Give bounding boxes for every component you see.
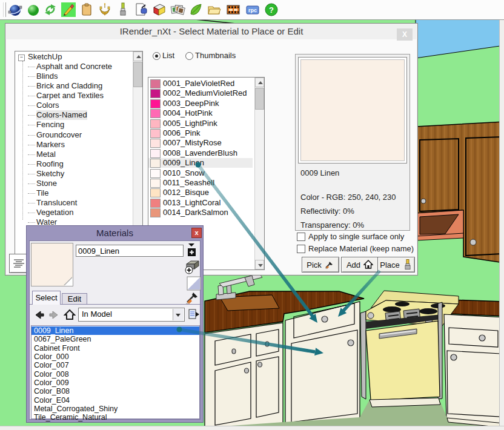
scroll-down-icon[interactable] (255, 260, 264, 270)
status-bar (0, 426, 504, 430)
color-list-item[interactable]: 0014_DarkSalmon (148, 208, 253, 217)
scroll-thumb[interactable] (133, 62, 142, 87)
color-list-item[interactable]: 0001_PaleVioletRed (148, 79, 253, 88)
tree-item[interactable]: Sketchy (36, 169, 64, 179)
preview-material-name: 0009 Linen (300, 168, 339, 177)
color-list-item[interactable]: 0010_Snow (148, 168, 253, 178)
collection-dropdown[interactable]: In Model (78, 308, 185, 322)
sample-paint-eyedropper-icon[interactable] (185, 289, 201, 305)
default-material-icon[interactable] (187, 276, 201, 291)
in-model-materials-list[interactable]: 0009_Linen 0067_PaleGreen Cabinet Front … (31, 325, 200, 419)
tree-item[interactable]: Blinds (36, 71, 58, 81)
tree-item[interactable]: Groundcover (36, 130, 82, 140)
checkbox-apply-single-surface[interactable] (297, 233, 305, 241)
create-material-icon[interactable] (184, 258, 201, 275)
color-swatch (150, 179, 161, 188)
material-list-item[interactable]: Color_007 (31, 361, 199, 369)
color-list-scrollbar[interactable] (254, 78, 264, 270)
rpc-objects-icon[interactable]: rpc (247, 6, 259, 14)
color-list-item[interactable]: 0013_LightCoral (148, 198, 253, 208)
color-list-item[interactable]: 0004_HotPink (148, 108, 253, 118)
edit-pencil-icon[interactable] (61, 2, 76, 17)
collection-dropdown-value: In Model (82, 309, 112, 319)
material-list-item[interactable]: Color_000 (31, 352, 199, 361)
tree-item[interactable]: Roofing (36, 159, 64, 169)
pick-button[interactable]: Pick (302, 257, 339, 273)
material-list-item[interactable]: Color_008 (31, 370, 199, 379)
tree-item[interactable]: Colors (36, 101, 59, 110)
materials-dialog: Materials x Select Edit (26, 225, 204, 423)
color-list-item[interactable]: 0011_Seashell (148, 178, 253, 188)
color-list-item[interactable]: 0012_Bisque (148, 188, 253, 197)
paint-brush-icon[interactable] (121, 3, 125, 15)
help-icon[interactable]: ? (265, 4, 277, 16)
material-list-item[interactable]: Color_B08 (31, 387, 199, 395)
color-list-item[interactable]: 0002_MediumVioletRed (148, 88, 253, 98)
tab-select[interactable]: Select (32, 291, 61, 305)
tree-item-selected[interactable]: Colors-Named (36, 110, 87, 120)
image-stack-icon[interactable] (171, 5, 185, 15)
radio-list[interactable] (153, 52, 161, 60)
add-button[interactable]: Add (341, 257, 379, 273)
toolbar-grip[interactable] (3, 2, 6, 17)
material-book-icon[interactable] (154, 4, 165, 15)
tree-item[interactable]: Fencing (36, 120, 64, 130)
scroll-up-icon[interactable] (255, 78, 264, 87)
material-name-input[interactable] (76, 245, 184, 257)
stove-knob (368, 313, 374, 319)
viewport-right-frame (499, 19, 504, 426)
tree-item[interactable]: Asphalt and Concrete (36, 62, 112, 71)
green-sphere-icon[interactable] (28, 5, 39, 16)
close-icon[interactable]: X (397, 28, 413, 41)
material-list-item[interactable]: Tile_Ceramic_Natural (31, 413, 199, 422)
clipboard-icon[interactable] (82, 4, 91, 15)
material-list-item-selected[interactable]: 0009_Linen (31, 326, 199, 335)
chevron-down-icon[interactable] (173, 309, 184, 320)
color-list-item[interactable]: 0007_MistyRose (148, 138, 253, 148)
material-preview-panel: 0009 Linen Color - RGB: 250, 240, 230 Re… (295, 54, 410, 231)
tree-item[interactable]: Translucent (36, 198, 77, 208)
color-swatch (150, 169, 161, 178)
material-list-item[interactable]: Color_E04 (31, 396, 199, 405)
home-icon[interactable] (64, 309, 76, 321)
animation-film-icon[interactable] (227, 5, 239, 14)
radio-thumbnails[interactable] (185, 52, 193, 60)
material-list-item[interactable]: Cabinet Front (31, 344, 199, 352)
refresh-arrows-icon[interactable] (45, 4, 56, 15)
material-list-item[interactable]: 0067_PaleGreen (31, 335, 199, 343)
details-icon[interactable] (187, 308, 201, 322)
vegetation-leaf-icon[interactable] (191, 4, 201, 15)
place-button[interactable]: Place (377, 257, 415, 273)
render-document-icon[interactable] (136, 4, 147, 15)
tree-item[interactable]: Tile (36, 188, 48, 198)
tree-item[interactable]: Stone (36, 179, 57, 188)
scroll-up-icon[interactable] (133, 51, 142, 61)
paint-brush-icon (403, 259, 413, 270)
color-list-item-selected[interactable]: 0009_Linen (148, 158, 253, 168)
material-list-item[interactable]: Metal_Corrogated_Shiny (31, 405, 199, 413)
color-list-item[interactable]: 0005_LightPink (148, 119, 253, 128)
chandelier-light-icon[interactable] (100, 3, 110, 16)
tree-item[interactable]: Carpet and Textiles (36, 91, 104, 101)
forward-arrow-icon[interactable] (48, 309, 60, 321)
color-list-item[interactable]: 0003_DeepPink (148, 99, 253, 108)
material-list-item[interactable]: Color_009 (31, 379, 199, 387)
color-swatch (150, 99, 161, 108)
tree-collapse-icon[interactable]: − (18, 55, 25, 61)
tab-edit[interactable]: Edit (62, 293, 87, 305)
close-icon[interactable]: x (191, 228, 202, 238)
checkbox-replace-material[interactable] (297, 245, 305, 253)
render-sphere-icon[interactable] (8, 5, 22, 16)
open-folder-icon[interactable] (208, 7, 220, 14)
tree-item[interactable]: Vegetation (36, 208, 73, 217)
tree-item[interactable]: Metal (36, 150, 56, 159)
back-arrow-icon[interactable] (33, 309, 45, 321)
color-list-item[interactable]: 0008_LavenderBlush (148, 148, 253, 158)
scroll-thumb[interactable] (255, 88, 264, 110)
tree-item-root[interactable]: SketchUp (28, 52, 62, 62)
tree-item[interactable]: Brick and Cladding (36, 81, 102, 91)
tree-item[interactable]: Markers (36, 140, 65, 150)
secondary-pane-icon[interactable] (186, 243, 198, 257)
color-list-item[interactable]: 0006_Pink (148, 128, 253, 138)
swatch-corner-fold (64, 277, 73, 286)
